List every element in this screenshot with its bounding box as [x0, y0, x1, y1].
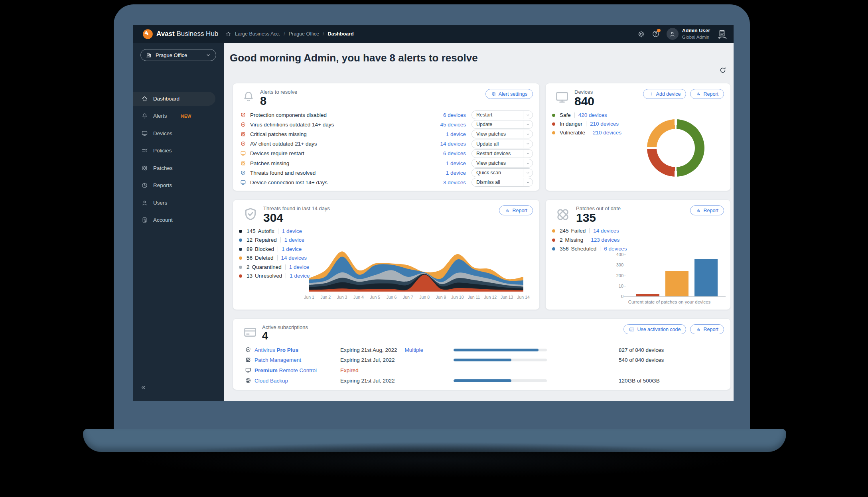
devices-count: 840	[574, 95, 594, 108]
x-axis-label: Jun 1	[300, 295, 318, 300]
add-device-button[interactable]: Add device	[643, 89, 687, 99]
sidebar-item-label: Reports	[153, 182, 172, 188]
legend-dot	[552, 131, 555, 134]
devices-link[interactable]: 14 devices	[593, 228, 619, 234]
sidebar-collapse-button[interactable]	[140, 384, 147, 391]
breadcrumb-item[interactable]: Large Business Acc.	[235, 31, 280, 37]
bell-icon	[141, 112, 148, 119]
report-button[interactable]: Report	[690, 205, 724, 215]
y-axis-label: 0	[612, 294, 623, 299]
main-content: Good morning Admin, you have 8 alerts to…	[224, 43, 734, 401]
subscription-name[interactable]: Premium Remote Control	[254, 367, 317, 373]
card-label: Alerts to resolve	[260, 89, 297, 95]
legend-label: Quarantined	[252, 264, 282, 270]
devices-link[interactable]: 6 devices	[443, 150, 466, 156]
sidebar-item-devices[interactable]: Devices	[133, 125, 224, 142]
devices-link[interactable]: 3 devices	[443, 179, 466, 185]
devices-link[interactable]: 1 device	[446, 170, 466, 176]
action-dropdown[interactable]: Restart	[471, 110, 533, 119]
action-dropdown[interactable]: Update	[471, 120, 533, 129]
devices-link[interactable]: 420 devices	[578, 112, 607, 118]
x-axis-label: Jun 5	[366, 295, 384, 300]
report-button[interactable]: Report	[690, 324, 724, 334]
alert-settings-button[interactable]: Alert settings	[485, 89, 533, 99]
sidebar-item-account[interactable]: Account	[133, 211, 224, 229]
subscription-name[interactable]: Patch Management	[254, 357, 301, 363]
devices-link[interactable]: 1 device	[282, 246, 302, 252]
action-dropdown[interactable]: View patches	[471, 130, 533, 138]
legend-dot	[239, 256, 242, 260]
product-icon	[245, 347, 251, 353]
org-selector[interactable]: Prague Office	[140, 49, 216, 61]
use-activation-code-button[interactable]: Use activation code	[623, 324, 686, 334]
action-dropdown[interactable]: Update all	[471, 140, 533, 148]
refresh-button[interactable]	[719, 66, 727, 74]
bar-scheduled	[694, 259, 718, 296]
devices-link[interactable]: 14 devices	[440, 141, 466, 147]
legend-item: 13Unresolved 1 device	[239, 273, 310, 279]
user-menu[interactable]: Admin User Global Admin	[667, 28, 710, 40]
plus-icon	[649, 91, 654, 97]
action-dropdown[interactable]: Quick scan	[471, 168, 533, 177]
chevron-down-icon	[205, 52, 211, 58]
action-dropdown[interactable]: View patches	[471, 159, 533, 168]
report-button[interactable]: Report	[499, 205, 533, 215]
devices-link[interactable]: 210 devices	[593, 130, 621, 136]
x-axis-label: Jun 11	[465, 295, 483, 300]
sidebar-item-policies[interactable]: Policies	[133, 142, 224, 160]
card-label: Threats found in last 14 days	[263, 205, 330, 211]
alert-label: Virus definitions outdated 14+ days	[250, 122, 334, 128]
monitor-icon	[141, 130, 148, 137]
help-icon[interactable]	[652, 30, 660, 38]
alert-label: Devices require restart	[250, 150, 304, 156]
page-title: Good morning Admin, you have 8 alerts to…	[230, 52, 478, 64]
action-dropdown[interactable]: Restart devices	[471, 149, 533, 158]
devices-link[interactable]: 1 device	[446, 160, 466, 166]
devices-link[interactable]: 210 devices	[590, 121, 619, 127]
company-switch-icon[interactable]	[717, 29, 727, 39]
devices-link[interactable]: 1 device	[282, 228, 302, 234]
alert-label: Protection components disabled	[250, 112, 327, 118]
sidebar-item-dashboard[interactable]: Dashboard	[133, 92, 215, 106]
home-icon[interactable]	[225, 31, 231, 37]
bar-failed	[665, 271, 688, 296]
legend-label: Deleted	[255, 255, 274, 261]
sidebar: Prague Office Dashboard Alerts NEW	[133, 43, 224, 401]
sidebar-item-label: Devices	[153, 130, 172, 136]
page-background: Avast Business Hub Large Business Acc. /…	[0, 0, 868, 497]
topbar-actions: Admin User Global Admin	[637, 28, 727, 40]
x-axis-label: Jun 3	[333, 295, 351, 300]
sidebar-item-patches[interactable]: Patches	[133, 160, 224, 177]
sidebar-item-reports[interactable]: Reports	[133, 177, 224, 194]
legend-label: In danger	[560, 121, 582, 127]
devices-link[interactable]: 45 devices	[440, 122, 466, 128]
multiple-link[interactable]: Multiple	[405, 347, 424, 353]
sidebar-item-alerts[interactable]: Alerts NEW	[133, 107, 224, 125]
settings-gear-icon[interactable]	[637, 30, 645, 38]
sidebar-item-label: Policies	[153, 148, 172, 154]
devices-link[interactable]: 1 device	[290, 273, 310, 279]
breadcrumb-item[interactable]: Prague Office	[289, 31, 319, 37]
devices-link[interactable]: 14 devices	[281, 255, 307, 261]
user-icon	[141, 199, 148, 206]
brand-text: Avast Business Hub	[156, 30, 218, 38]
devices-link[interactable]: 1 device	[289, 264, 309, 270]
patches-count: 135	[576, 211, 621, 224]
sidebar-item-users[interactable]: Users	[133, 194, 224, 212]
devices-link[interactable]: 1 device	[446, 131, 466, 137]
subscription-name[interactable]: Antivirus Pro Plus	[254, 347, 298, 353]
breadcrumb-separator: /	[323, 31, 324, 37]
severity-icon	[240, 179, 247, 185]
devices-link[interactable]: 1 device	[284, 237, 304, 243]
action-dropdown[interactable]: Dismiss all	[471, 178, 533, 187]
bar-chart-icon	[696, 208, 701, 213]
severity-icon	[240, 150, 247, 156]
devices-link[interactable]: 6 devices	[443, 112, 466, 118]
usage-progress-bar	[454, 359, 547, 361]
devices-link[interactable]: 123 devices	[591, 237, 619, 243]
report-button[interactable]: Report	[690, 89, 724, 99]
bar-chart-icon	[696, 327, 701, 332]
subscription-name[interactable]: Cloud Backup	[254, 378, 288, 384]
y-axis-label: 200	[612, 273, 623, 278]
breadcrumb-separator: /	[284, 31, 285, 37]
